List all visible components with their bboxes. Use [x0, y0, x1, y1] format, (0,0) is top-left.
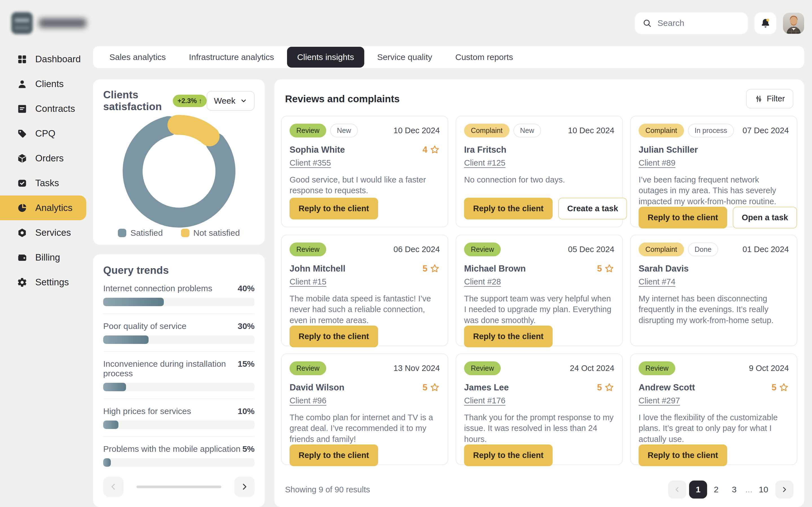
tab-infrastructure-analytics[interactable]: Infrastructure analytics: [179, 47, 284, 68]
review-text: I’ve been facing frequent network outage…: [639, 174, 789, 207]
period-dropdown[interactable]: Week: [207, 91, 255, 111]
trend-row: Internet connection problems 40%: [103, 284, 255, 314]
user-avatar[interactable]: [783, 13, 804, 34]
trend-label: High prices for services: [103, 406, 191, 416]
trends-scrollbar[interactable]: [137, 486, 221, 488]
card-actions: Reply to the client: [464, 445, 614, 466]
satisfaction-change-badge: +2.3% ↑: [173, 95, 206, 107]
card-date: 06 Dec 2024: [394, 245, 440, 254]
card-action-button[interactable]: Open a task: [733, 207, 797, 228]
review-text: My internet has been disconnecting frequ…: [639, 293, 789, 326]
wallet-icon: [17, 252, 28, 263]
pagination-page-button[interactable]: 1: [689, 481, 707, 499]
sidebar-item-contracts[interactable]: Contracts: [0, 96, 86, 121]
task-check-icon: [17, 178, 28, 188]
notifications-button[interactable]: [755, 12, 776, 34]
sidebar-item-label: Billing: [35, 252, 60, 263]
card-actions: Reply to the clientOpen a task: [639, 207, 789, 228]
card-date: 24 Oct 2024: [570, 363, 614, 373]
filter-button[interactable]: Filter: [746, 89, 794, 108]
tab-custom-reports[interactable]: Custom reports: [445, 47, 523, 68]
card-action-button[interactable]: Reply to the client: [290, 198, 378, 219]
pagination-next-button[interactable]: [775, 481, 794, 499]
sidebar-item-billing[interactable]: Billing: [0, 245, 86, 270]
sidebar-item-label: Tasks: [35, 178, 59, 188]
review-text: I love the flexibility of the customizab…: [639, 412, 789, 445]
card-action-button[interactable]: Reply to the client: [639, 207, 727, 228]
sidebar-item-label: Settings: [35, 277, 69, 288]
search-input[interactable]: [657, 18, 741, 28]
card-action-button[interactable]: Reply to the client: [290, 326, 378, 347]
app-logo: [11, 12, 93, 34]
client-id-link[interactable]: Client #74: [639, 277, 675, 286]
trend-value: 5%: [243, 444, 255, 454]
tab-sales-analytics[interactable]: Sales analytics: [99, 47, 176, 68]
pagination-page-button[interactable]: 2: [707, 481, 725, 499]
pagination-page-button[interactable]: 10: [755, 481, 772, 499]
card-actions: Reply to the client: [290, 326, 440, 347]
query-trends-panel: Query trends Internet connection problem…: [93, 255, 265, 507]
box-icon: [17, 153, 28, 164]
person-icon: [17, 79, 28, 89]
review-card: Review 05 Dec 2024 Michael Brown 5: [456, 235, 623, 346]
rating: 4: [423, 145, 440, 155]
card-type-badge: Review: [290, 361, 326, 375]
sidebar-item-analytics[interactable]: Analytics: [0, 195, 86, 220]
topbar: [93, 0, 804, 46]
rating: 5: [423, 383, 440, 393]
rating-value: 5: [423, 383, 427, 393]
dashboard-grid-icon: [17, 54, 28, 64]
card-action-button[interactable]: Reply to the client: [464, 445, 553, 466]
donut-slice-notsatisfied: [177, 125, 209, 136]
reviews-title: Reviews and complaints: [285, 93, 400, 105]
client-id-link[interactable]: Client #96: [290, 396, 326, 405]
rating-value: 5: [597, 383, 602, 393]
card-actions: Reply to the client: [639, 445, 789, 466]
gear-icon: [17, 277, 28, 288]
sidebar-item-clients[interactable]: Clients: [0, 71, 86, 96]
star-icon: [430, 145, 440, 155]
card-action-button[interactable]: Create a task: [558, 198, 627, 219]
client-id-link[interactable]: Client #28: [464, 277, 501, 286]
results-summary: Showing 9 of 90 results: [285, 485, 370, 494]
client-name: David Wilson: [290, 383, 344, 393]
trends-scroll-next-button[interactable]: [234, 476, 255, 497]
rating: 5: [597, 383, 614, 393]
pagination-page-button[interactable]: ...: [743, 481, 755, 499]
card-action-button[interactable]: Reply to the client: [464, 198, 553, 219]
sidebar-item-label: Orders: [35, 153, 64, 164]
review-text: The mobile data speed is fantastic! I’ve…: [290, 293, 440, 326]
card-action-button[interactable]: Reply to the client: [290, 445, 378, 466]
client-name: Ira Fritsch: [464, 145, 506, 155]
trends-scroll-controls: [103, 476, 255, 497]
card-type-badge: Review: [464, 361, 501, 375]
sidebar-item-settings[interactable]: Settings: [0, 270, 86, 295]
search-bar: [635, 12, 748, 34]
client-id-link[interactable]: Client #125: [464, 158, 506, 168]
sidebar-item-services[interactable]: Services: [0, 220, 86, 245]
document-icon: [17, 104, 28, 114]
card-action-button[interactable]: Reply to the client: [464, 326, 553, 347]
sidebar-item-orders[interactable]: Orders: [0, 146, 86, 171]
trends-scroll-prev-button[interactable]: [103, 476, 123, 497]
tab-service-quality[interactable]: Service quality: [367, 47, 442, 68]
sidebar-item-tasks[interactable]: Tasks: [0, 171, 86, 195]
pagination-prev-button[interactable]: [668, 481, 686, 499]
client-id-link[interactable]: Client #15: [290, 277, 326, 286]
review-card: Review New 10 Dec 2024 Sophia White 4: [281, 116, 448, 227]
sidebar-item-cpq[interactable]: CPQ: [0, 121, 86, 146]
pagination-page-button[interactable]: 3: [725, 481, 743, 499]
chevron-down-icon: [240, 97, 247, 105]
card-action-button[interactable]: Reply to the client: [639, 445, 727, 466]
sidebar-item-label: Clients: [35, 78, 64, 89]
client-id-link[interactable]: Client #89: [639, 158, 675, 168]
sidebar-item-dashboard[interactable]: Dashboard: [0, 47, 86, 71]
client-id-link[interactable]: Client #176: [464, 396, 506, 405]
card-type-badge: Review: [464, 242, 501, 256]
client-id-link[interactable]: Client #297: [639, 396, 680, 405]
star-icon: [604, 264, 614, 274]
tab-clients-insights[interactable]: Clients insights: [287, 47, 364, 68]
trend-value: 40%: [238, 284, 255, 293]
client-id-link[interactable]: Client #355: [290, 158, 331, 168]
rating-value: 4: [423, 145, 427, 155]
